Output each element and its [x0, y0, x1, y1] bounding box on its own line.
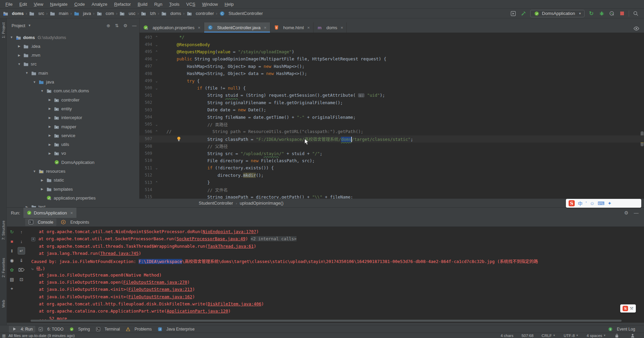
ime-tool-icon[interactable]: 中 [578, 200, 583, 207]
toolwindow-button-java-enterprise[interactable]: JJava Enterprise [155, 326, 197, 333]
screenshot-button[interactable]: ◉ [8, 257, 16, 264]
code-line-498[interactable]: 498 HashMap<String, Object> data = new H… [139, 70, 644, 77]
expand-arrow-icon[interactable]: ▶ [48, 125, 52, 128]
stripe-button-web[interactable]: Web [0, 300, 7, 307]
expand-arrow-icon[interactable]: ▶ [40, 179, 44, 182]
next-frame-button[interactable]: ↓ [18, 238, 25, 245]
expand-arrow-icon[interactable]: ▶ [48, 134, 52, 137]
soft-wrap-button[interactable]: ↵ [18, 247, 25, 255]
code-line-504[interactable]: 504 String fileName = date.getTime() + "… [139, 113, 644, 120]
line-number[interactable]: 500 [139, 86, 152, 90]
line-number[interactable]: 514 [139, 187, 152, 192]
tree-item-static[interactable]: ▶static [40, 176, 64, 185]
stripe-button-1-project[interactable]: 1: Project [0, 22, 7, 38]
menu-help[interactable]: Help [221, 2, 237, 7]
collapse-arrow-icon[interactable]: ▼ [40, 89, 44, 93]
breadcrumb-method[interactable]: uploadOpinionImage() [240, 201, 284, 206]
ime-toolbar[interactable]: S 中’☺⌨✦ [566, 199, 641, 208]
fold-marker-icon[interactable]: ⌄ [152, 86, 161, 90]
code-line-500[interactable]: 500⌄ if (file != null) { [139, 84, 644, 92]
fold-marker-icon[interactable]: ⌃ [152, 181, 161, 184]
breadcrumb-item[interactable]: java [74, 11, 91, 16]
menu-window[interactable]: Window [199, 2, 221, 7]
code-line-515[interactable]: 515 String imagePath = directory.getPath… [139, 193, 644, 199]
code-line-509[interactable]: 509 String src = "/upload/stayin/" + stu… [139, 150, 644, 157]
code-line-502[interactable]: 502 String originalFilename = file.getOr… [139, 99, 644, 106]
project-tool-window-header[interactable]: Project ▼ ⊕ ⇅ ⚙ — [7, 18, 139, 33]
menu-refactor[interactable]: Refactor [111, 2, 134, 7]
menu-analyze[interactable]: Analyze [88, 2, 111, 7]
profiler-button[interactable] [608, 10, 615, 17]
code-line-494[interactable]: 494⌄ @ResponseBody [139, 41, 644, 48]
line-number[interactable]: 499 [139, 78, 152, 83]
expand-arrow-icon[interactable]: ▶ [17, 44, 21, 48]
tree-item--idea[interactable]: ▶.idea [17, 42, 40, 51]
print-button[interactable]: ⊡ [18, 276, 25, 283]
close-icon[interactable]: × [307, 25, 310, 30]
tree-item-utils[interactable]: ▶utils [48, 140, 69, 149]
close-icon[interactable]: × [264, 25, 267, 30]
expand-arrow-icon[interactable]: ▶ [48, 107, 52, 110]
settings-gear-icon[interactable]: ⚙ [123, 23, 127, 28]
stacktrace-link[interactable]: NioEndpoint.java:1707 [202, 229, 256, 234]
menu-edit[interactable]: Edit [16, 2, 30, 7]
tree-item--mvn[interactable]: ▶.mvn [17, 51, 40, 60]
rerun-button[interactable]: ↻ [8, 228, 16, 236]
coverage-button[interactable]: ✿ [8, 266, 16, 274]
menu-file[interactable]: File [2, 2, 16, 7]
breadcrumb-item[interactable]: main [50, 11, 68, 16]
code-line-503[interactable]: 503 Date date = new Date(); [139, 106, 644, 113]
run-configuration-select[interactable]: DomsApplication ▼ [530, 10, 585, 17]
line-number[interactable]: 506 [139, 129, 152, 134]
expand-arrow-icon[interactable]: ▶ [48, 143, 52, 146]
close-icon[interactable]: × [70, 210, 73, 215]
stacktrace-link[interactable]: SocketProcessorBase.java:49 [176, 236, 245, 241]
tree-item-vo[interactable]: ▶vo [48, 149, 66, 158]
line-number[interactable]: 501 [139, 93, 152, 98]
line-number[interactable]: 497 [139, 64, 152, 69]
code-line-495[interactable]: 495⌃ @RequestMapping(value = "/stayin/up… [139, 48, 644, 55]
console-output[interactable]: at org.apache.tomcat.util.net.NioEndpoin… [27, 227, 644, 320]
collapse-arrow-icon[interactable]: ▼ [33, 80, 37, 84]
status-widget-507-68[interactable]: 507:68 [521, 334, 533, 338]
stacktrace-link[interactable]: FileOutputStream.java:270 [123, 280, 187, 285]
scroll-to-end-button[interactable]: ⇓ [18, 257, 25, 264]
expand-calls-icon[interactable]: + [31, 237, 35, 241]
debug-button[interactable] [598, 10, 605, 17]
editor-tab-home-html[interactable]: 5home.html× [270, 22, 314, 33]
menu-vcs[interactable]: VCS [183, 2, 199, 7]
tree-item-resources[interactable]: ▼resources [33, 167, 66, 176]
stacktrace-link[interactable]: FileOutputStream.java:213 [128, 287, 192, 292]
line-number[interactable]: 511 [139, 166, 152, 170]
expand-arrow-icon[interactable]: ▶ [17, 54, 21, 57]
tree-item-java[interactable]: ▼java [33, 78, 54, 87]
tree-item-main[interactable]: ▼main [25, 69, 48, 77]
stacktrace-link[interactable]: ApplicationPart.java:120 [167, 308, 228, 314]
line-number[interactable]: 504 [139, 115, 152, 119]
code-line-505[interactable]: 505⌄ // 类路径 [139, 121, 644, 128]
breadcrumb-item[interactable]: com [96, 11, 114, 16]
breadcrumb-item[interactable]: doms [161, 11, 181, 16]
editor-tab-doms[interactable]: mdoms× [314, 22, 347, 33]
ime-tool-icon[interactable]: ’ [586, 201, 587, 206]
locate-file-icon[interactable]: ⊕ [107, 23, 110, 28]
menu-tools[interactable]: Tools [166, 2, 183, 7]
stop-button[interactable] [619, 10, 625, 17]
status-widget-crlf[interactable]: CRLF▼ [542, 334, 556, 338]
fold-marker-icon[interactable]: ⌃ [152, 130, 161, 133]
stacktrace-link[interactable]: Thread.java:745 [100, 251, 139, 256]
toolwindow-button-4-run[interactable]: 4: Run [9, 326, 35, 333]
fold-marker-icon[interactable]: ⌄ [152, 166, 161, 170]
status-widget-4-chars[interactable]: 4 chars [501, 334, 514, 338]
collapse-arrow-icon[interactable]: ▼ [25, 71, 29, 75]
tree-item-doms[interactable]: ▼domsG:\study\doms [10, 33, 66, 42]
code-line-508[interactable]: 508 // 父路径 [139, 143, 644, 150]
tree-item-com-usc-lzh-doms[interactable]: ▼com.usc.lzh.doms [40, 87, 89, 95]
close-icon[interactable]: × [198, 25, 201, 30]
breadcrumb-class[interactable]: StudentController [199, 201, 233, 206]
fold-marker-icon[interactable]: ⌃ [152, 35, 161, 39]
ime-tool-icon[interactable]: ⌨ [597, 201, 604, 206]
run-view-tab-endpoints[interactable]: Endpoints [58, 219, 92, 226]
pause-button[interactable]: ‖ [8, 247, 16, 255]
line-number[interactable]: 508 [139, 144, 152, 149]
